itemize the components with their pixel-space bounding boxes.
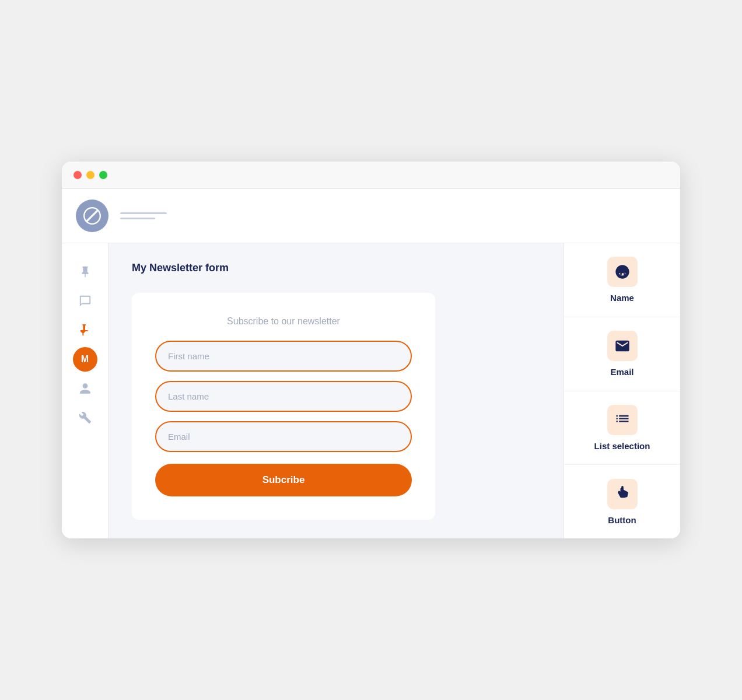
right-panel-button-label: Button	[608, 515, 636, 525]
avatar-label: M	[81, 354, 89, 365]
right-panel-name-label: Name	[610, 293, 634, 303]
thumbtack-icon	[79, 324, 92, 337]
titlebar	[62, 162, 680, 189]
wordpress-logo	[76, 200, 108, 232]
email-icon-bg	[607, 331, 638, 361]
sidebar-item-pin[interactable]	[62, 257, 108, 286]
sidebar-item-user[interactable]	[62, 374, 108, 403]
list-icon-bg	[607, 405, 638, 435]
minimize-button[interactable]	[86, 171, 94, 179]
sidebar-item-comment[interactable]	[62, 286, 108, 316]
email-input[interactable]	[155, 421, 412, 452]
header-lines	[120, 212, 167, 219]
form-container: Subscribe to our newsletter Subcribe	[132, 293, 435, 520]
close-button[interactable]	[74, 171, 82, 179]
right-panel-item-name[interactable]: Name	[564, 243, 680, 317]
maximize-button[interactable]	[99, 171, 107, 179]
sidebar-item-wrench[interactable]	[62, 403, 108, 432]
form-subtitle: Subscribe to our newsletter	[155, 316, 412, 327]
right-panel-email-label: Email	[610, 367, 634, 377]
traffic-lights	[74, 171, 107, 179]
header-line-2	[120, 218, 155, 219]
user-icon	[79, 382, 92, 395]
right-panel-item-email[interactable]: Email	[564, 317, 680, 391]
comment-icon	[79, 295, 92, 307]
right-panel-item-list[interactable]: List selection	[564, 391, 680, 466]
wrench-icon	[79, 411, 92, 424]
button-icon-bg	[607, 479, 638, 509]
form-title: My Newsletter form	[132, 262, 540, 274]
email-icon	[614, 338, 631, 354]
subscribe-button[interactable]: Subcribe	[155, 464, 412, 496]
right-panel: Name Email List selection	[564, 243, 680, 538]
first-name-input[interactable]	[155, 341, 412, 372]
smiley-icon	[614, 264, 631, 280]
content-row: M My Newsletter form Subscribe to our ne…	[62, 243, 680, 538]
right-panel-list-label: List selection	[594, 441, 650, 451]
last-name-input[interactable]	[155, 381, 412, 412]
right-panel-item-button[interactable]: Button	[564, 465, 680, 538]
wp-logo-icon	[82, 205, 103, 226]
pin-icon	[79, 265, 92, 278]
list-selection-icon	[614, 412, 631, 428]
sidebar-item-thumbtack[interactable]	[62, 316, 108, 345]
pointer-icon	[614, 486, 631, 502]
sidebar: M	[62, 243, 108, 538]
header-line-1	[120, 212, 167, 214]
browser-window: M My Newsletter form Subscribe to our ne…	[62, 162, 680, 538]
top-header	[62, 189, 680, 243]
name-icon-bg	[607, 257, 638, 287]
sidebar-avatar[interactable]: M	[73, 347, 97, 372]
main-content: My Newsletter form Subscribe to our news…	[108, 243, 564, 538]
